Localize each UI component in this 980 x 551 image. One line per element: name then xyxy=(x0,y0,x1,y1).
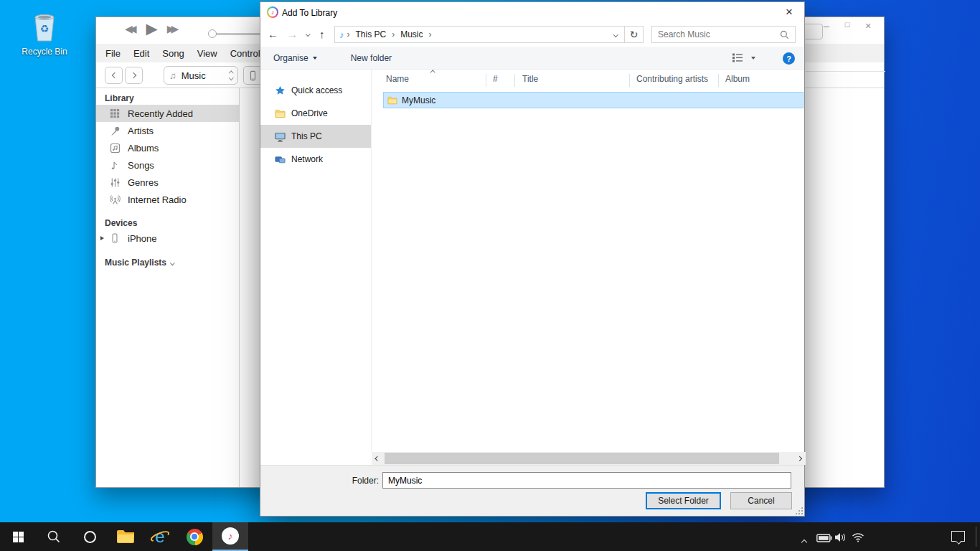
menu-view[interactable]: View xyxy=(197,48,217,59)
cancel-button[interactable]: Cancel xyxy=(730,492,792,509)
add-to-library-dialog: ♪ Add To Library × ← → ↑ ♪ › This PC › M… xyxy=(260,1,805,517)
refresh-icon[interactable]: ↻ xyxy=(624,27,643,42)
itunes-icon: ♪ xyxy=(222,527,239,545)
desktop: ♻ Recycle Bin ◀◀ ▶ ▶▶ – □ × File Edit So… xyxy=(0,0,980,551)
sidebar-item-label: Albums xyxy=(128,143,159,154)
itunes-minimize-button[interactable]: – xyxy=(819,20,834,32)
view-options-caret-icon[interactable] xyxy=(751,57,755,60)
menu-edit[interactable]: Edit xyxy=(133,48,149,59)
expand-arrow-icon[interactable] xyxy=(100,236,104,240)
address-dropdown-chevron-icon[interactable] xyxy=(607,33,624,37)
album-icon xyxy=(109,143,121,154)
folder-name-input[interactable] xyxy=(382,472,791,489)
internet-explorer-button[interactable]: e xyxy=(142,522,178,551)
file-row-mymusic[interactable]: MyMusic xyxy=(383,92,804,108)
chevron-down-icon xyxy=(170,260,174,265)
recent-locations-chevron-icon[interactable] xyxy=(306,32,310,36)
scroll-left-arrow-icon[interactable] xyxy=(372,452,384,465)
scrollbar-thumb[interactable] xyxy=(385,453,779,464)
new-folder-button[interactable]: New folder xyxy=(351,53,392,63)
up-button[interactable]: ↑ xyxy=(319,29,325,40)
start-button[interactable] xyxy=(0,522,36,551)
cortana-button[interactable] xyxy=(72,522,108,551)
organise-button[interactable]: Organise xyxy=(273,53,317,63)
sidebar-item-albums[interactable]: Albums xyxy=(96,139,239,156)
itunes-close-button[interactable]: × xyxy=(861,20,875,32)
sidebar-item-songs[interactable]: Songs xyxy=(96,156,239,174)
dialog-address-row: ← → ↑ ♪ › This PC › Music › ↻ xyxy=(260,22,804,47)
sidebar-item-internet-radio[interactable]: Internet Radio xyxy=(96,191,239,208)
chrome-button[interactable] xyxy=(176,522,212,551)
folder-field-label: Folder: xyxy=(325,476,379,486)
column-number[interactable]: # xyxy=(493,74,498,84)
column-resize-handle[interactable] xyxy=(514,74,515,87)
action-center-button[interactable] xyxy=(951,531,965,542)
dialog-footer: Folder: Select Folder Cancel xyxy=(260,465,804,516)
dialog-titlebar[interactable]: ♪ Add To Library × xyxy=(260,2,804,22)
star-icon xyxy=(275,85,286,96)
itunes-maximize-button[interactable]: □ xyxy=(840,20,854,32)
horizontal-scrollbar[interactable] xyxy=(372,452,806,465)
show-desktop-button[interactable] xyxy=(976,527,976,547)
search-icon[interactable] xyxy=(780,30,795,39)
media-picker-dropdown[interactable]: ♫ Music xyxy=(164,66,238,85)
dialog-close-button[interactable]: × xyxy=(778,4,800,21)
sidebar-item-iphone[interactable]: iPhone xyxy=(96,230,239,247)
media-picker-value: Music xyxy=(182,70,206,81)
sidebar-item-recently-added[interactable]: Recently Added xyxy=(96,105,239,122)
breadcrumb-separator: › xyxy=(346,29,352,39)
menu-file[interactable]: File xyxy=(105,48,121,59)
nav-item-network[interactable]: Network xyxy=(260,148,371,171)
address-bar[interactable]: ♪ › This PC › Music › ↻ xyxy=(334,26,644,43)
help-button[interactable]: ? xyxy=(783,52,795,65)
nav-item-quick-access[interactable]: Quick access xyxy=(260,79,371,102)
itunes-forward-button[interactable] xyxy=(125,67,143,84)
column-resize-handle[interactable] xyxy=(486,74,486,87)
recycle-bin-desktop-icon[interactable]: ♻ Recycle Bin xyxy=(19,10,70,57)
sidebar-item-artists[interactable]: Artists xyxy=(96,122,239,139)
itunes-taskbar-button[interactable]: ♪ xyxy=(212,522,248,551)
sidebar-item-label: Songs xyxy=(128,160,154,171)
search-input[interactable] xyxy=(652,29,780,39)
battery-icon[interactable] xyxy=(816,532,832,545)
volume-icon[interactable] xyxy=(834,532,847,545)
rewind-icon[interactable]: ◀◀ xyxy=(125,23,137,34)
volume-slider[interactable] xyxy=(211,33,261,35)
taskbar-search-button[interactable] xyxy=(36,522,72,551)
sidebar-playlists-label: Music Playlists xyxy=(105,256,166,269)
itunes-back-button[interactable] xyxy=(105,67,123,84)
volume-slider-knob[interactable] xyxy=(208,29,217,38)
back-button[interactable]: ← xyxy=(268,29,278,40)
nav-item-this-pc[interactable]: This PC xyxy=(260,125,371,148)
breadcrumb-music[interactable]: Music xyxy=(396,29,427,39)
column-resize-handle[interactable] xyxy=(718,74,719,87)
column-name[interactable]: Name xyxy=(386,74,409,84)
resize-grip[interactable] xyxy=(795,507,803,514)
sidebar-item-label: iPhone xyxy=(128,233,156,244)
sidebar-item-label: Recently Added xyxy=(128,108,193,119)
play-icon[interactable]: ▶ xyxy=(146,20,158,37)
column-album[interactable]: Album xyxy=(725,74,750,84)
wifi-icon[interactable] xyxy=(852,532,864,545)
column-title[interactable]: Title xyxy=(522,74,538,84)
sidebar-item-genres[interactable]: Genres xyxy=(96,174,239,191)
view-options-icon[interactable] xyxy=(732,53,745,62)
nav-item-onedrive[interactable]: OneDrive xyxy=(260,102,371,125)
column-contributing-artists[interactable]: Contributing artists xyxy=(636,74,708,84)
file-explorer-button[interactable] xyxy=(108,522,143,551)
menu-song[interactable]: Song xyxy=(162,48,184,59)
select-folder-button[interactable]: Select Folder xyxy=(646,492,721,509)
breadcrumb-this-pc[interactable]: This PC xyxy=(352,29,391,39)
sidebar-library-header: Library xyxy=(96,92,239,105)
music-note-icon: ♫ xyxy=(169,70,176,81)
iphone-icon xyxy=(109,233,121,243)
fast-forward-icon[interactable]: ▶▶ xyxy=(167,23,179,34)
cortana-icon xyxy=(84,531,96,543)
sidebar-playlists-header[interactable]: Music Playlists xyxy=(96,256,239,269)
scroll-right-arrow-icon[interactable] xyxy=(793,452,806,465)
iphone-icon xyxy=(248,70,258,81)
show-hidden-icons-button[interactable] xyxy=(802,534,806,547)
dialog-body: Quick access OneDrive This PC Network xyxy=(260,70,804,452)
forward-button[interactable]: → xyxy=(287,29,298,40)
column-resize-handle[interactable] xyxy=(629,74,630,87)
